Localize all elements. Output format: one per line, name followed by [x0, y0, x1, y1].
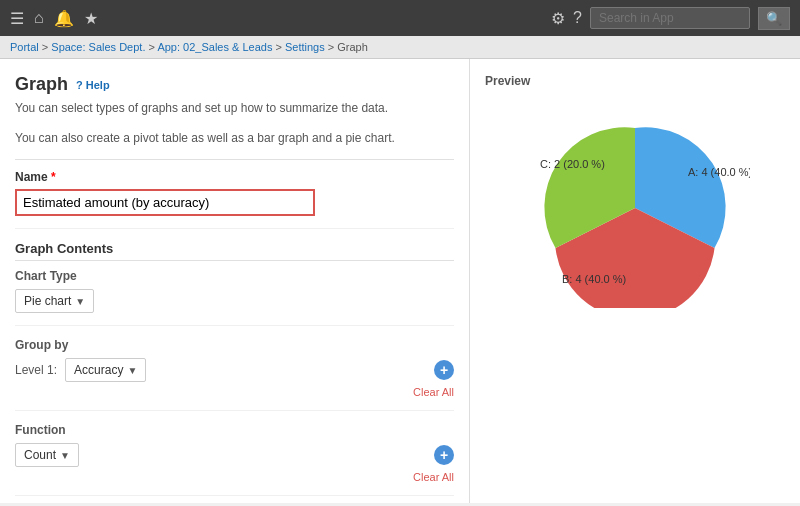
- page-description-1: You can select types of graphs and set u…: [15, 99, 454, 117]
- name-field-group: Name *: [15, 170, 454, 229]
- function-row: Count ▼ +: [15, 443, 454, 467]
- chart-label-c: C: 2 (20.0 %): [540, 158, 605, 170]
- accuracy-value: Accuracy: [74, 363, 123, 377]
- name-label: Name *: [15, 170, 454, 184]
- accuracy-arrow: ▼: [127, 365, 137, 376]
- star-icon[interactable]: ★: [84, 9, 98, 28]
- chart-label-a: A: 4 (40.0 %): [688, 166, 750, 178]
- preview-title: Preview: [485, 74, 785, 88]
- right-panel: Preview A: 4 (40.0 %) B: 4 (40.0 %) C: 2…: [470, 59, 800, 503]
- nav-icons-right: ⚙ ? 🔍: [551, 7, 790, 30]
- function-clear-all[interactable]: Clear All: [15, 471, 454, 483]
- name-input[interactable]: [15, 189, 315, 216]
- pie-chart-container: A: 4 (40.0 %) B: 4 (40.0 %) C: 2 (20.0 %…: [485, 108, 785, 308]
- page-title-row: Graph ? Help: [15, 74, 454, 95]
- breadcrumb-current: Graph: [337, 41, 368, 53]
- help-icon[interactable]: ?: [573, 9, 582, 27]
- home-icon[interactable]: ⌂: [34, 9, 44, 27]
- breadcrumb-app[interactable]: App: 02_Sales & Leads: [157, 41, 272, 53]
- breadcrumb: Portal > Space: Sales Dept. > App: 02_Sa…: [0, 36, 800, 59]
- graph-contents-title: Graph Contents: [15, 241, 454, 261]
- function-add-button[interactable]: +: [434, 445, 454, 465]
- function-label: Function: [15, 423, 454, 437]
- main-content: Graph ? Help You can select types of gra…: [0, 59, 800, 503]
- chart-type-label: Chart Type: [15, 269, 454, 283]
- required-indicator: *: [51, 170, 56, 184]
- help-link[interactable]: ? Help: [76, 79, 110, 91]
- menu-icon[interactable]: ☰: [10, 9, 24, 28]
- search-button[interactable]: 🔍: [758, 7, 790, 30]
- divider-1: [15, 159, 454, 160]
- chart-type-arrow: ▼: [75, 296, 85, 307]
- pie-chart: A: 4 (40.0 %) B: 4 (40.0 %) C: 2 (20.0 %…: [520, 108, 750, 308]
- group-by-label: Group by: [15, 338, 454, 352]
- bell-icon[interactable]: 🔔: [54, 9, 74, 28]
- group-by-add-button[interactable]: +: [434, 360, 454, 380]
- accuracy-dropdown[interactable]: Accuracy ▼: [65, 358, 146, 382]
- group-by-group: Group by Level 1: Accuracy ▼ + Clear All: [15, 338, 454, 411]
- function-arrow: ▼: [60, 450, 70, 461]
- breadcrumb-settings[interactable]: Settings: [285, 41, 325, 53]
- search-input[interactable]: [590, 7, 750, 29]
- nav-icons-left: ☰ ⌂ 🔔 ★: [10, 9, 98, 28]
- group-by-row: Level 1: Accuracy ▼ +: [15, 358, 454, 382]
- chart-type-dropdown[interactable]: Pie chart ▼: [15, 289, 94, 313]
- chart-type-value: Pie chart: [24, 294, 71, 308]
- left-panel: Graph ? Help You can select types of gra…: [0, 59, 470, 503]
- group-by-clear-all[interactable]: Clear All: [15, 386, 454, 398]
- function-group: Function Count ▼ + Clear All: [15, 423, 454, 496]
- function-dropdown[interactable]: Count ▼: [15, 443, 79, 467]
- function-value: Count: [24, 448, 56, 462]
- breadcrumb-portal[interactable]: Portal: [10, 41, 39, 53]
- gear-icon[interactable]: ⚙: [551, 9, 565, 28]
- level1-label: Level 1:: [15, 363, 57, 377]
- chart-type-group: Chart Type Pie chart ▼: [15, 269, 454, 326]
- page-description-2: You can also create a pivot table as wel…: [15, 129, 454, 147]
- page-title: Graph: [15, 74, 68, 95]
- group-by-left: Level 1: Accuracy ▼: [15, 358, 146, 382]
- chart-label-b: B: 4 (40.0 %): [562, 273, 626, 285]
- top-navigation: ☰ ⌂ 🔔 ★ ⚙ ? 🔍: [0, 0, 800, 36]
- breadcrumb-space[interactable]: Space: Sales Dept.: [51, 41, 145, 53]
